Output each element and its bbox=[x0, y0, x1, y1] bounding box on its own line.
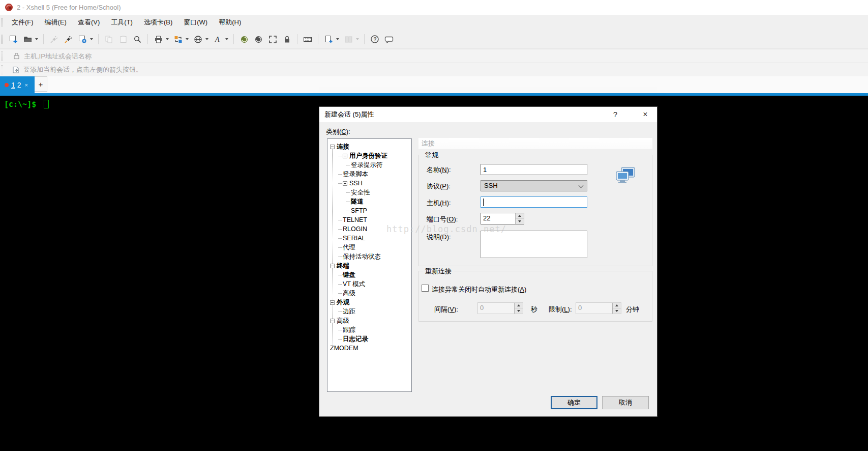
find-button[interactable] bbox=[131, 33, 144, 46]
window-title: 2 - Xshell 5 (Free for Home/School) bbox=[17, 4, 121, 11]
menu-item[interactable]: 编辑(E) bbox=[39, 15, 72, 30]
protocol-select[interactable]: SSH bbox=[481, 180, 587, 191]
quick-add-bar: 要添加当前会话，点击左侧的箭头按钮。 bbox=[0, 63, 868, 76]
port-spinner[interactable]: 22 bbox=[481, 213, 524, 224]
toolbar-separator bbox=[233, 34, 234, 44]
web-browser-button[interactable] bbox=[191, 33, 204, 46]
toolbar: A ? bbox=[0, 30, 868, 49]
new-terminal-button[interactable] bbox=[322, 33, 335, 46]
svg-text:A: A bbox=[215, 36, 220, 43]
help-button[interactable]: ? bbox=[368, 33, 381, 46]
auto-reconnect-checkbox[interactable] bbox=[422, 285, 429, 292]
menu-item[interactable]: 工具(T) bbox=[105, 15, 138, 30]
paste-button[interactable] bbox=[116, 33, 130, 46]
dialog-titlebar: 新建会话 (5)属性 ? × bbox=[319, 107, 657, 122]
settings-panel: 连接 常规 名称(N): 协议(P): SSH 主机(H): 端口号(O): bbox=[319, 122, 658, 417]
tile-windows-dropdown-icon[interactable] bbox=[356, 38, 359, 40]
spin-up-icon[interactable] bbox=[515, 303, 523, 308]
toolbar-separator bbox=[147, 34, 148, 44]
spin-down-icon[interactable] bbox=[515, 308, 523, 314]
description-textarea[interactable] bbox=[481, 231, 587, 258]
dialog-help-button[interactable]: ? bbox=[609, 107, 621, 122]
session-properties-dropdown-icon[interactable] bbox=[90, 38, 93, 40]
session-properties-dialog: 新建会话 (5)属性 ? × 类别(C): 连接用户身份验证登录提示符登录脚本S… bbox=[319, 106, 657, 417]
toolbar-separator bbox=[297, 34, 297, 44]
session-properties-button[interactable] bbox=[76, 33, 89, 46]
toolbar-separator bbox=[98, 34, 99, 44]
drag-grip bbox=[2, 65, 3, 74]
print-button[interactable] bbox=[152, 33, 165, 46]
open-sessions-button[interactable] bbox=[21, 33, 34, 46]
panel-header: 连接 bbox=[418, 138, 652, 149]
menu-item[interactable]: 帮助(H) bbox=[213, 15, 247, 30]
drag-grip bbox=[2, 51, 3, 61]
spin-up-icon[interactable] bbox=[516, 213, 524, 219]
select-font-button[interactable]: A bbox=[211, 33, 224, 46]
copy-button[interactable] bbox=[102, 33, 115, 46]
spin-down-icon[interactable] bbox=[613, 308, 621, 314]
tile-windows-button[interactable] bbox=[342, 33, 355, 46]
lock-screen-button[interactable] bbox=[280, 33, 293, 46]
virtual-keyboard-button[interactable] bbox=[301, 33, 314, 46]
reconnect-group-title: 重新连接 bbox=[423, 267, 454, 276]
new-session-button[interactable] bbox=[7, 33, 20, 46]
select-font-dropdown-icon[interactable] bbox=[225, 38, 228, 40]
toolbar-separator bbox=[364, 34, 365, 44]
new-terminal-dropdown-icon[interactable] bbox=[336, 38, 339, 40]
limit-unit-label: 分钟 bbox=[626, 305, 639, 314]
host-input[interactable] bbox=[481, 196, 587, 208]
web-browser-dropdown-icon[interactable] bbox=[205, 38, 208, 40]
name-input[interactable] bbox=[481, 164, 587, 175]
tab-title: 2 bbox=[17, 81, 21, 89]
menu-item[interactable]: 窗口(W) bbox=[178, 15, 213, 30]
transfer-dropdown-icon[interactable] bbox=[186, 38, 189, 40]
drag-grip bbox=[2, 18, 3, 27]
dialog-close-button[interactable]: × bbox=[639, 107, 652, 122]
transfer-button[interactable] bbox=[171, 33, 185, 46]
menu-bar: 文件(F)编辑(E)查看(V)工具(T)选项卡(B)窗口(W)帮助(H) bbox=[0, 15, 868, 30]
toolbar-separator bbox=[318, 34, 318, 44]
full-screen-button[interactable] bbox=[266, 33, 279, 46]
limit-spinner[interactable]: 0 bbox=[576, 302, 621, 314]
menu-item[interactable]: 选项卡(B) bbox=[138, 15, 178, 30]
disconnect-button[interactable] bbox=[47, 33, 61, 46]
menu-item[interactable]: 查看(V) bbox=[72, 15, 105, 30]
session-address-input[interactable] bbox=[24, 52, 868, 60]
port-value: 22 bbox=[481, 213, 515, 224]
host-label: 主机(H): bbox=[427, 199, 451, 208]
menu-item[interactable]: 文件(F) bbox=[6, 15, 39, 30]
address-bar bbox=[0, 49, 868, 63]
session-status-dot-icon bbox=[5, 83, 9, 87]
quick-add-hint: 要添加当前会话，点击左侧的箭头按钮。 bbox=[23, 65, 142, 74]
new-tab-button[interactable]: + bbox=[35, 76, 47, 92]
add-session-icon[interactable] bbox=[12, 66, 19, 74]
tab-close-icon[interactable]: × bbox=[25, 82, 28, 88]
auto-reconnect-label: 连接异常关闭时自动重新连接(A) bbox=[432, 285, 526, 294]
xagent-tool-icon[interactable] bbox=[252, 33, 265, 46]
tab-bar: 1 2 × + bbox=[0, 76, 868, 93]
port-label: 端口号(O): bbox=[427, 215, 458, 224]
tab-index: 1 bbox=[11, 81, 15, 89]
interval-spinner[interactable]: 0 bbox=[477, 302, 523, 314]
interval-value: 0 bbox=[478, 303, 514, 314]
svg-text:?: ? bbox=[373, 37, 376, 42]
name-label: 名称(N): bbox=[427, 165, 451, 175]
description-label: 说明(D): bbox=[427, 233, 451, 242]
cancel-button[interactable]: 取消 bbox=[602, 396, 649, 409]
terminal-cursor bbox=[44, 100, 49, 108]
feedback-button[interactable] bbox=[382, 33, 396, 46]
general-group: 常规 名称(N): 协议(P): SSH 主机(H): 端口号(O): 22 bbox=[418, 155, 652, 266]
session-tab[interactable]: 1 2 × bbox=[0, 76, 35, 93]
window-titlebar: 2 - Xshell 5 (Free for Home/School) bbox=[0, 0, 868, 15]
spin-down-icon[interactable] bbox=[516, 219, 524, 224]
ok-button[interactable]: 确定 bbox=[551, 396, 597, 409]
xshell-tool-icon[interactable] bbox=[237, 33, 251, 46]
open-sessions-dropdown-icon[interactable] bbox=[35, 38, 38, 40]
connect-button[interactable] bbox=[62, 33, 75, 46]
protocol-value: SSH bbox=[484, 182, 498, 189]
drag-grip bbox=[2, 35, 3, 44]
print-dropdown-icon[interactable] bbox=[166, 38, 169, 40]
text-caret bbox=[483, 199, 484, 206]
spin-up-icon[interactable] bbox=[613, 303, 621, 308]
general-group-title: 常规 bbox=[423, 151, 440, 160]
